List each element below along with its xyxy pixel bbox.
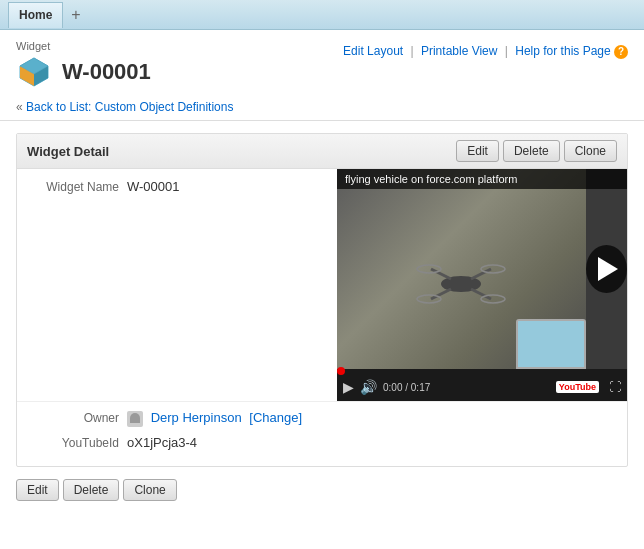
video-title-bar: flying vehicle on force.com platform [337,169,627,189]
laptop-graphic [516,319,586,369]
fullscreen-icon[interactable]: ⛶ [609,380,621,394]
cube-icon [16,54,52,90]
top-clone-button[interactable]: Clone [564,140,617,162]
help-link[interactable]: Help for this Page [515,44,610,58]
main-content: Widget Detail Edit Delete Clone Widget N… [0,121,644,513]
video-panel: flying vehicle on force.com platform [337,169,627,401]
youtube-row: YouTubeId oX1jPcja3-4 [27,435,617,450]
video-controls: ▶ 🔊 0:00 / 0:17 YouTube ⛶ [337,373,627,401]
owner-row: Owner Derp Herpinson [Change] [27,410,617,427]
widget-id-title: W-00001 [62,59,151,85]
video-progress-bar[interactable] [337,369,627,373]
detail-fields: Widget Name W-00001 [17,169,337,401]
owner-name-link[interactable]: Derp Herpinson [151,410,242,425]
volume-icon[interactable]: 🔊 [360,379,377,395]
bottom-fields: Owner Derp Herpinson [Change] YouTubeId … [17,401,627,466]
edit-layout-link[interactable]: Edit Layout [343,44,403,58]
progress-dot [337,367,345,375]
svg-point-11 [481,265,505,273]
widget-name-value: W-00001 [127,179,180,194]
owner-value: Derp Herpinson [Change] [127,410,302,427]
video-thumbnail[interactable] [337,169,627,369]
bottom-delete-button[interactable]: Delete [63,479,120,501]
detail-header: Widget Detail Edit Delete Clone [17,134,627,169]
svg-point-10 [417,265,441,273]
detail-section-title: Widget Detail [27,144,109,159]
time-display: 0:00 / 0:17 [383,382,430,393]
bottom-edit-button[interactable]: Edit [16,479,59,501]
top-edit-button[interactable]: Edit [456,140,499,162]
play-triangle-icon [598,257,618,281]
topbar: Home + [0,0,644,30]
owner-change-link[interactable]: [Change] [249,410,302,425]
drone-graphic [401,249,521,309]
breadcrumb: « Back to List: Custom Object Definition… [16,96,628,116]
breadcrumb-link[interactable]: Back to List: Custom Object Definitions [26,100,233,114]
detail-body: Widget Name W-00001 flying vehicle on fo… [17,169,627,401]
svg-point-12 [417,295,441,303]
widget-name-row: Widget Name W-00001 [27,179,327,194]
play-control-icon[interactable]: ▶ [343,379,354,395]
top-delete-button[interactable]: Delete [503,140,560,162]
top-button-group: Edit Delete Clone [456,140,617,162]
widget-title-row: W-00001 [16,54,151,90]
printable-view-link[interactable]: Printable View [421,44,498,58]
detail-section: Widget Detail Edit Delete Clone Widget N… [16,133,628,467]
owner-avatar [127,411,143,427]
add-tab-button[interactable]: + [67,6,84,24]
widget-name-label: Widget Name [27,179,127,194]
home-tab[interactable]: Home [8,2,63,28]
svg-point-13 [481,295,505,303]
home-tab-label: Home [19,8,52,22]
breadcrumb-prefix: « [16,100,23,114]
help-icon[interactable]: ? [614,45,628,59]
youtube-value: oX1jPcja3-4 [127,435,197,450]
youtube-logo: YouTube [556,381,599,393]
owner-label: Owner [27,410,127,425]
header-links: Edit Layout | Printable View | Help for … [343,44,628,59]
youtube-label: YouTubeId [27,435,127,450]
header-area: Widget W-00001 Edit Layout | Printable V… [0,30,644,121]
play-button[interactable] [586,245,627,293]
widget-type-label: Widget [16,40,151,52]
bottom-clone-button[interactable]: Clone [123,479,176,501]
video-background [337,169,586,369]
bottom-button-group: Edit Delete Clone [16,479,628,501]
